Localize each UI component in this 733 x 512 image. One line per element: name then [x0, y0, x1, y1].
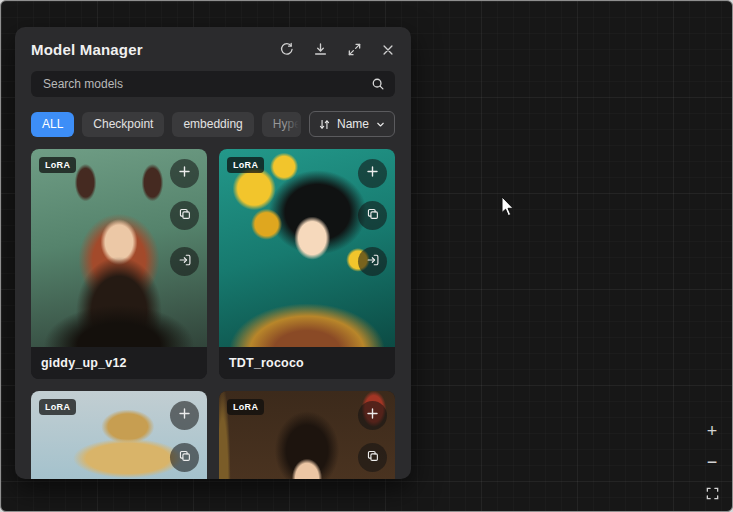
copy-model-button[interactable]	[170, 443, 199, 472]
add-model-button[interactable]	[358, 401, 387, 430]
model-manager-panel: Model Manager	[15, 27, 411, 479]
sort-dropdown[interactable]: Name	[309, 111, 395, 137]
plus-icon	[177, 406, 192, 425]
import-icon	[178, 253, 192, 271]
plus-icon	[365, 164, 380, 183]
plus-icon	[365, 406, 380, 425]
add-model-button[interactable]	[358, 159, 387, 188]
card-actions	[161, 149, 207, 379]
copy-model-button[interactable]	[358, 443, 387, 472]
chevron-down-icon	[375, 119, 386, 130]
add-model-button[interactable]	[170, 401, 199, 430]
add-model-button[interactable]	[170, 159, 199, 188]
panel-title: Model Manager	[31, 41, 143, 58]
fit-view-button[interactable]	[702, 483, 722, 503]
expand-button[interactable]	[347, 42, 362, 57]
panel-header-actions	[279, 42, 395, 57]
search-input[interactable]	[41, 76, 363, 92]
model-type-badge: LoRA	[39, 157, 76, 173]
plus-icon	[177, 164, 192, 183]
copy-icon	[178, 207, 192, 225]
copy-model-button[interactable]	[170, 201, 199, 230]
model-card[interactable]: LoRA TDT_rococo	[219, 149, 395, 379]
filter-embedding[interactable]: embedding	[172, 112, 253, 137]
copy-model-button[interactable]	[358, 201, 387, 230]
close-icon	[381, 43, 395, 57]
zoom-in-button[interactable]: +	[702, 421, 722, 441]
load-model-button[interactable]	[170, 247, 199, 276]
download-button[interactable]	[313, 42, 328, 57]
zoom-out-button[interactable]: −	[702, 452, 722, 472]
filter-bar: ALL Checkpoint embedding Hyper Name	[31, 111, 395, 137]
model-name: giddy_up_v12	[31, 347, 207, 379]
copy-icon	[178, 449, 192, 467]
refresh-button[interactable]	[279, 42, 294, 57]
close-button[interactable]	[381, 43, 395, 57]
search-bar	[31, 71, 395, 97]
card-actions	[161, 391, 207, 479]
load-model-button[interactable]	[358, 247, 387, 276]
expand-icon	[347, 42, 362, 57]
refresh-icon	[279, 42, 294, 57]
sort-label: Name	[337, 117, 369, 131]
model-type-badge: LoRA	[227, 157, 264, 173]
search-icon	[371, 77, 385, 91]
model-card[interactable]: LoRA	[219, 391, 395, 479]
model-card[interactable]: LoRA	[31, 391, 207, 479]
mouse-cursor	[501, 197, 515, 221]
copy-icon	[366, 207, 380, 225]
panel-header: Model Manager	[31, 41, 395, 58]
model-type-badge: LoRA	[227, 399, 264, 415]
fit-view-icon	[705, 486, 720, 501]
copy-icon	[366, 449, 380, 467]
model-card[interactable]: LoRA giddy_up_v12	[31, 149, 207, 379]
model-name: TDT_rococo	[219, 347, 395, 379]
filter-hypernetwork[interactable]: Hyper	[262, 112, 301, 137]
canvas-controls: + −	[702, 421, 722, 503]
card-actions	[349, 149, 395, 379]
model-grid: LoRA giddy_up_v12 LoRA TDT_rococo	[31, 149, 395, 479]
download-icon	[313, 42, 328, 57]
filter-all[interactable]: ALL	[31, 112, 74, 137]
node-canvas[interactable]: Model Manager	[0, 0, 733, 512]
import-icon	[366, 253, 380, 271]
model-type-badge: LoRA	[39, 399, 76, 415]
filter-checkpoint[interactable]: Checkpoint	[82, 112, 164, 137]
card-actions	[349, 391, 395, 479]
sort-icon	[318, 118, 331, 131]
